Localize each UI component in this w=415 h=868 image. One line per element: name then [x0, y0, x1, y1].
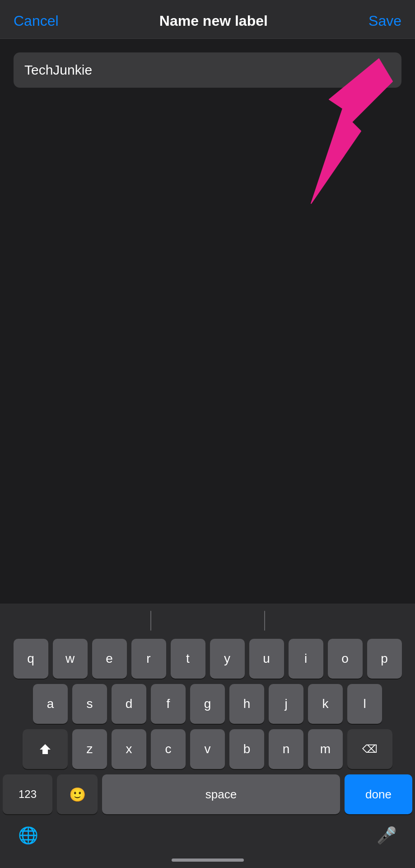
delete-key[interactable]: ⌫	[347, 729, 392, 769]
key-s[interactable]: s	[72, 684, 107, 724]
keyboard-container: q w e r t y u i o p a s d f g h j k l	[0, 604, 415, 868]
keyboard-row-4: 123 🙂 space done	[3, 774, 412, 814]
dictation-bar	[0, 604, 415, 635]
dictation-line-right	[264, 611, 265, 631]
key-p[interactable]: p	[367, 639, 402, 679]
key-m[interactable]: m	[308, 729, 343, 769]
key-f[interactable]: f	[151, 684, 186, 724]
content-area	[0, 39, 415, 355]
key-w[interactable]: w	[53, 639, 88, 679]
key-r[interactable]: r	[131, 639, 166, 679]
key-a[interactable]: a	[33, 684, 68, 724]
key-t[interactable]: t	[171, 639, 205, 679]
space-key[interactable]: space	[102, 774, 340, 814]
keyboard-row-3: z x c v b n m ⌫	[3, 729, 412, 769]
key-i[interactable]: i	[289, 639, 323, 679]
key-q[interactable]: q	[14, 639, 48, 679]
key-e[interactable]: e	[92, 639, 127, 679]
key-y[interactable]: y	[210, 639, 245, 679]
key-z[interactable]: z	[72, 729, 107, 769]
bottom-bar: 🌐 🎤	[0, 820, 415, 854]
key-l[interactable]: l	[347, 684, 382, 724]
keyboard-row-2: a s d f g h j k l	[3, 684, 412, 724]
keyboard-row-1: q w e r t y u i o p	[3, 639, 412, 679]
key-k[interactable]: k	[308, 684, 343, 724]
save-button[interactable]: Save	[368, 13, 401, 29]
key-c[interactable]: c	[151, 729, 186, 769]
microphone-icon[interactable]: 🎤	[377, 826, 397, 845]
cancel-button[interactable]: Cancel	[14, 13, 59, 29]
key-u[interactable]: u	[249, 639, 284, 679]
home-bar	[172, 859, 244, 862]
key-o[interactable]: o	[328, 639, 363, 679]
key-x[interactable]: x	[112, 729, 146, 769]
dictation-line-left	[150, 611, 151, 631]
key-n[interactable]: n	[269, 729, 303, 769]
done-key[interactable]: done	[345, 774, 412, 814]
key-d[interactable]: d	[112, 684, 146, 724]
svg-marker-2	[40, 744, 51, 754]
label-name-input[interactable]	[14, 52, 401, 88]
key-g[interactable]: g	[190, 684, 225, 724]
dialog-title: Name new label	[159, 13, 268, 29]
home-indicator	[0, 854, 415, 868]
key-j[interactable]: j	[269, 684, 303, 724]
emoji-key[interactable]: 🙂	[57, 774, 98, 814]
key-h[interactable]: h	[229, 684, 264, 724]
key-b[interactable]: b	[229, 729, 264, 769]
key-v[interactable]: v	[190, 729, 225, 769]
numbers-key[interactable]: 123	[3, 774, 52, 814]
dialog-header: Cancel Name new label Save	[0, 0, 415, 39]
shift-key[interactable]	[23, 729, 68, 769]
globe-icon[interactable]: 🌐	[18, 826, 38, 845]
keyboard: q w e r t y u i o p a s d f g h j k l	[0, 635, 415, 814]
